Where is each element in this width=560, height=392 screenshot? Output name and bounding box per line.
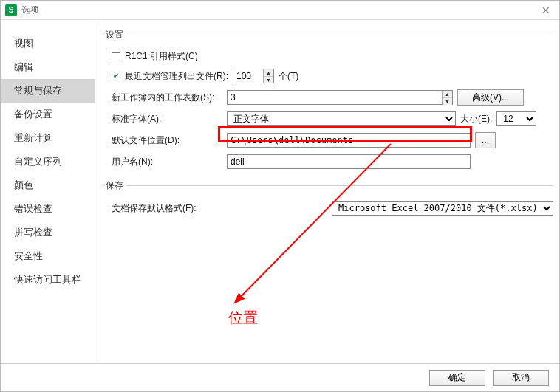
format-select[interactable]: Microsoft Excel 2007/2010 文件(*.xlsx) (332, 201, 553, 216)
user-input[interactable] (227, 154, 471, 169)
user-row: 用户名(N): (112, 154, 553, 169)
recent-count-spinbox[interactable]: ▲▼ (233, 69, 274, 83)
font-row: 标准字体(A): 正文字体 大小(E): 12 (112, 111, 553, 126)
main-panel: 设置 R1C1 引用样式(C) ✔ 最近文档管理列出文件(R): ▲▼ 个(T)… (95, 20, 559, 363)
recent-count-input[interactable] (233, 69, 263, 83)
app-icon: S (5, 4, 17, 16)
sheets-label: 新工作簿内的工作表数(S): (112, 92, 222, 104)
sidebar-item-edit[interactable]: 编辑 (1, 55, 95, 79)
format-label: 文档保存默认格式(F): (112, 202, 222, 215)
spin-down-icon[interactable]: ▼ (264, 77, 273, 83)
size-select[interactable]: 12 (496, 111, 536, 126)
sidebar-item-label: 重新计算 (14, 132, 52, 143)
r1c1-row: R1C1 引用样式(C) (112, 50, 553, 63)
ok-button[interactable]: 确定 (429, 370, 485, 386)
font-select[interactable]: 正文字体 (227, 111, 456, 126)
sidebar-item-label: 错误检查 (14, 203, 52, 214)
sidebar-item-label: 安全性 (14, 250, 43, 261)
r1c1-checkbox[interactable] (112, 52, 120, 61)
browse-button[interactable]: ... (475, 132, 496, 148)
recent-row: ✔ 最近文档管理列出文件(R): ▲▼ 个(T) (112, 69, 553, 83)
size-label: 大小(E): (460, 113, 492, 125)
options-dialog: S 选项 ✕ 视图 编辑 常规与保存 备份设置 重新计算 自定义序列 颜色 错误… (0, 0, 560, 392)
sidebar-item-spell-check[interactable]: 拼写检查 (1, 221, 95, 244)
r1c1-label: R1C1 引用样式(C) (125, 50, 198, 63)
cancel-button[interactable]: 取消 (493, 370, 549, 386)
footer: 确定 取消 (1, 363, 559, 391)
titlebar: S 选项 ✕ (1, 1, 559, 20)
sheets-spinbox[interactable]: ▲▼ (227, 90, 453, 105)
window-title: 选项 (21, 4, 39, 16)
sidebar-item-label: 备份设置 (14, 109, 52, 120)
sidebar-item-security[interactable]: 安全性 (1, 244, 95, 268)
sidebar-item-label: 视图 (14, 38, 33, 49)
sidebar-item-error-check[interactable]: 错误检查 (1, 197, 95, 221)
save-legend: 保存 (106, 179, 126, 192)
spin-up-icon[interactable]: ▲ (443, 91, 452, 98)
settings-legend: 设置 (106, 29, 126, 41)
settings-section: 设置 R1C1 引用样式(C) ✔ 最近文档管理列出文件(R): ▲▼ 个(T)… (106, 29, 553, 175)
sidebar-item-view[interactable]: 视图 (1, 32, 95, 55)
advanced-button[interactable]: 高级(V)... (457, 89, 524, 106)
sidebar-item-label: 颜色 (14, 179, 33, 190)
sidebar-item-recalc[interactable]: 重新计算 (1, 126, 95, 150)
format-row: 文档保存默认格式(F): Microsoft Excel 2007/2010 文… (112, 201, 553, 216)
sidebar-item-general-save[interactable]: 常规与保存 (1, 79, 95, 103)
recent-checkbox[interactable]: ✔ (112, 72, 120, 80)
user-label: 用户名(N): (112, 156, 222, 168)
path-input[interactable] (227, 133, 471, 148)
spin-up-icon[interactable]: ▲ (264, 69, 273, 77)
recent-label: 最近文档管理列出文件(R): (125, 70, 228, 83)
path-label: 默认文件位置(D): (112, 134, 222, 147)
sidebar: 视图 编辑 常规与保存 备份设置 重新计算 自定义序列 颜色 错误检查 拼写检查… (1, 20, 95, 363)
annotation-label: 位置 (228, 308, 258, 328)
sidebar-item-quick-access[interactable]: 快速访问工具栏 (1, 268, 95, 292)
font-label: 标准字体(A): (112, 113, 222, 125)
sidebar-item-color[interactable]: 颜色 (1, 173, 95, 197)
sidebar-item-label: 常规与保存 (14, 85, 62, 96)
sidebar-item-label: 自定义序列 (14, 156, 62, 167)
recent-suffix: 个(T) (279, 70, 298, 83)
sidebar-item-label: 拼写检查 (14, 227, 52, 238)
sidebar-item-label: 快速访问工具栏 (14, 274, 81, 285)
sidebar-item-backup[interactable]: 备份设置 (1, 103, 95, 126)
sheets-input[interactable] (228, 91, 442, 104)
sheets-row: 新工作簿内的工作表数(S): ▲▼ 高级(V)... (112, 89, 553, 106)
save-section: 保存 文档保存默认格式(F): Microsoft Excel 2007/201… (106, 179, 553, 221)
sidebar-item-custom-lists[interactable]: 自定义序列 (1, 150, 95, 173)
close-icon[interactable]: ✕ (537, 3, 555, 18)
path-row: 默认文件位置(D): ... (112, 132, 553, 148)
sidebar-item-label: 编辑 (14, 61, 33, 72)
spin-down-icon[interactable]: ▼ (443, 98, 452, 105)
